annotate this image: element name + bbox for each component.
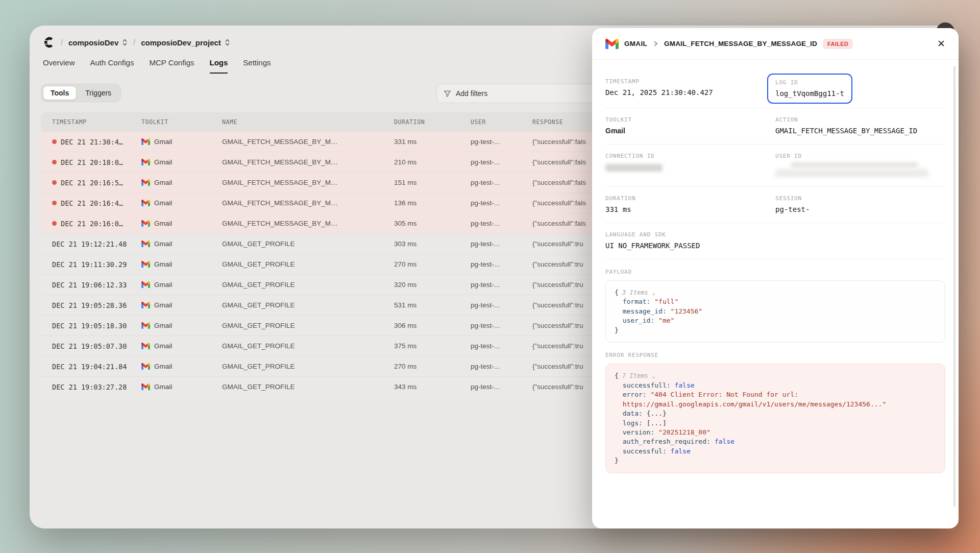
row-user: pg-test-... — [471, 260, 532, 268]
row-user: pg-test-... — [471, 199, 532, 207]
field-timestamp: TIMESTAMP Dec 21, 2025 21:30:40.427 — [605, 78, 775, 99]
row-name: GMAIL_FETCH_MESSAGE_BY_M… — [222, 179, 394, 186]
error-response-section: ERROR RESPONSE { 7 Items ⌄ successfull: … — [605, 343, 945, 473]
field-value: pg-test- — [775, 205, 945, 213]
field-connection-id: CONNECTION ID — [605, 153, 775, 177]
row-toolkit: Gmail — [154, 322, 172, 329]
row-timestamp: DEC 21 20:18:0… — [61, 158, 123, 166]
field-value: UI NO_FRAMEWORK_PASSED — [605, 242, 775, 250]
row-duration: 343 ms — [394, 383, 471, 391]
payload-json-viewer[interactable]: { 3 Items ⌄ format: "full" message_id: "… — [605, 280, 945, 343]
field-session: SESSION pg-test- — [775, 195, 945, 213]
row-timestamp: DEC 21 19:12:21.48 — [52, 240, 127, 248]
gmail-icon — [141, 363, 150, 370]
project-switcher-icon[interactable] — [225, 38, 230, 46]
row-timestamp: DEC 21 19:05:18.30 — [52, 322, 127, 330]
row-timestamp: DEC 21 20:16:0… — [61, 220, 123, 228]
field-action: ACTION GMAIL_FETCH_MESSAGE_BY_MESSAGE_ID — [775, 116, 945, 135]
tab-auth-configs[interactable]: Auth Configs — [90, 58, 134, 74]
row-duration: 136 ms — [394, 199, 471, 207]
row-duration: 375 ms — [394, 342, 471, 350]
failed-status-dot — [52, 221, 57, 226]
col-toolkit: TOOLKIT — [141, 118, 222, 126]
panel-toolkit-crumb[interactable]: GMAIL — [624, 40, 647, 47]
logs-table: TIMESTAMP TOOLKIT NAME DURATION USER RES… — [41, 112, 620, 397]
table-row[interactable]: DEC 21 20:18:0… Gmail GMAIL_FETCH_MESSAG… — [41, 152, 620, 172]
table-body: DEC 21 21:30:4… Gmail GMAIL_FETCH_MESSAG… — [41, 131, 620, 397]
panel-scrollbar[interactable] — [953, 66, 955, 507]
table-row[interactable]: DEC 21 20:16:5… Gmail GMAIL_FETCH_MESSAG… — [41, 172, 620, 193]
row-duration: 305 ms — [394, 220, 471, 227]
tab-logs[interactable]: Logs — [210, 58, 228, 74]
row-duration: 331 ms — [394, 138, 471, 146]
tab-mcp-configs[interactable]: MCP Configs — [149, 58, 194, 74]
user-id-redacted — [775, 169, 928, 177]
row-name: GMAIL_FETCH_MESSAGE_BY_M… — [222, 220, 394, 227]
row-toolkit: Gmail — [154, 179, 172, 186]
row-timestamp: DEC 21 19:06:12.33 — [52, 281, 127, 289]
table-row[interactable]: DEC 21 19:04:21.84 Gmail GMAIL_GET_PROFI… — [41, 356, 620, 376]
row-timestamp: DEC 21 21:30:4… — [61, 138, 123, 146]
row-duration: 320 ms — [394, 281, 471, 288]
field-label: CONNECTION ID — [605, 153, 775, 159]
row-name: GMAIL_GET_PROFILE — [222, 301, 394, 309]
add-filters-label: Add filters — [456, 89, 487, 98]
table-row[interactable]: DEC 21 19:05:18.30 Gmail GMAIL_GET_PROFI… — [41, 315, 620, 335]
table-row[interactable]: DEC 21 21:30:4… Gmail GMAIL_FETCH_MESSAG… — [41, 131, 620, 152]
row-name: GMAIL_GET_PROFILE — [222, 260, 394, 268]
breadcrumb-separator: / — [61, 38, 63, 46]
row-user: pg-test-... — [471, 220, 532, 227]
close-icon[interactable]: ✕ — [937, 39, 945, 49]
field-label: LANGUAGE AND SDK — [605, 231, 775, 238]
row-toolkit: Gmail — [154, 383, 172, 391]
table-row[interactable]: DEC 21 20:16:0… Gmail GMAIL_FETCH_MESSAG… — [41, 213, 620, 233]
row-user: pg-test-... — [471, 342, 532, 350]
row-toolkit: Gmail — [154, 363, 172, 370]
row-user: pg-test-... — [471, 383, 532, 391]
log-id-highlight-box[interactable]: LOG ID log_tVqomBgg11-t — [767, 74, 852, 104]
table-row[interactable]: DEC 21 19:11:30.29 Gmail GMAIL_GET_PROFI… — [41, 254, 620, 274]
table-row[interactable]: DEC 21 19:06:12.33 Gmail GMAIL_GET_PROFI… — [41, 274, 620, 295]
row-toolkit: Gmail — [154, 138, 172, 146]
field-value: Gmail — [605, 127, 775, 135]
field-value: GMAIL_FETCH_MESSAGE_BY_MESSAGE_ID — [775, 127, 945, 135]
table-row[interactable]: DEC 21 20:16:4… Gmail GMAIL_FETCH_MESSAG… — [41, 193, 620, 213]
panel-header: GMAIL GMAIL_FETCH_MESSAGE_BY_MESSAGE_ID … — [592, 28, 959, 60]
connection-id-redacted — [605, 164, 663, 172]
gmail-icon — [141, 281, 150, 288]
field-duration: DURATION 331 ms — [605, 195, 775, 213]
chevron-right-icon — [653, 41, 658, 46]
row-name: GMAIL_GET_PROFILE — [222, 342, 394, 350]
tab-settings[interactable]: Settings — [243, 58, 271, 74]
error-json-viewer[interactable]: { 7 Items ⌄ successfull: false error: "4… — [605, 364, 945, 473]
org-switcher-icon[interactable] — [122, 38, 128, 46]
gmail-icon — [141, 159, 150, 165]
gmail-icon — [141, 343, 150, 349]
table-row[interactable]: DEC 21 19:05:07.30 Gmail GMAIL_GET_PROFI… — [41, 335, 620, 356]
row-toolkit: Gmail — [154, 281, 172, 288]
row-toolkit: Gmail — [154, 199, 172, 207]
gmail-icon — [141, 179, 150, 186]
composio-logo-icon[interactable] — [42, 36, 55, 49]
row-user: pg-test-... — [471, 322, 532, 329]
col-name: NAME — [222, 118, 394, 126]
segment-triggers[interactable]: Triggers — [78, 86, 119, 100]
row-timestamp: DEC 21 19:04:21.84 — [52, 363, 127, 371]
field-label: TIMESTAMP — [605, 78, 775, 85]
gmail-icon — [141, 383, 150, 390]
row-toolkit: Gmail — [154, 220, 172, 227]
table-row[interactable]: DEC 21 19:05:28.36 Gmail GMAIL_GET_PROFI… — [41, 295, 620, 315]
project-name: composioDev_project — [141, 38, 221, 47]
breadcrumb-project[interactable]: composioDev_project — [141, 38, 230, 47]
gmail-icon — [141, 220, 150, 227]
field-label: DURATION — [605, 195, 775, 202]
payload-label: PAYLOAD — [605, 269, 945, 275]
breadcrumb-org[interactable]: composioDev — [68, 38, 128, 47]
row-toolkit: Gmail — [154, 240, 172, 248]
row-timestamp: DEC 21 19:03:27.28 — [52, 383, 127, 391]
row-name: GMAIL_FETCH_MESSAGE_BY_M… — [222, 199, 394, 207]
table-row[interactable]: DEC 21 19:12:21.48 Gmail GMAIL_GET_PROFI… — [41, 233, 620, 254]
tab-overview[interactable]: Overview — [43, 58, 75, 74]
table-row[interactable]: DEC 21 19:03:27.28 Gmail GMAIL_GET_PROFI… — [41, 376, 620, 397]
segment-tools[interactable]: Tools — [43, 86, 77, 100]
